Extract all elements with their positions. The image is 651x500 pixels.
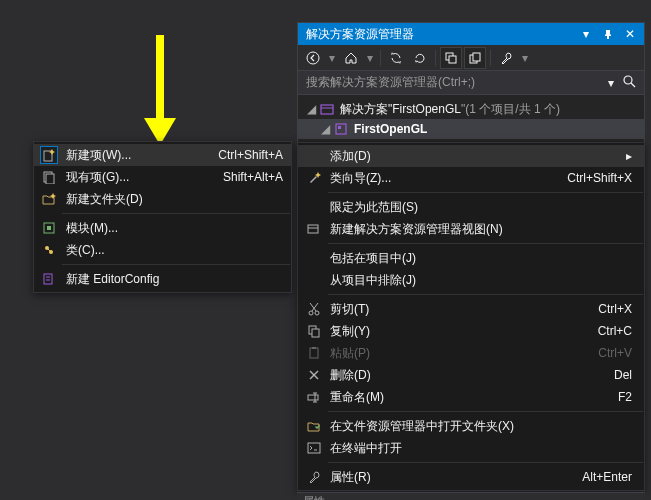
panel-toolbar: ▾ ▾ ▾ <box>298 45 644 71</box>
context-item[interactable]: 包括在项目中(J) <box>298 247 644 269</box>
class-icon <box>38 241 60 259</box>
editorconfig-icon <box>38 270 60 288</box>
solution-icon <box>318 102 336 116</box>
menu-item-new-item[interactable]: 新建项(W)...Ctrl+Shift+A <box>34 144 291 166</box>
properties-icon <box>302 470 326 484</box>
svg-rect-23 <box>338 126 341 129</box>
context-item[interactable]: 在文件资源管理器中打开文件夹(X) <box>298 415 644 437</box>
project-label: FirstOpenGL <box>350 122 427 136</box>
context-item[interactable]: 删除(D)Del <box>298 364 644 386</box>
search-placeholder: 搜索解决方案资源管理器(Ctrl+;) <box>306 74 608 91</box>
rename-icon <box>302 390 326 404</box>
switch-views-dropdown-icon[interactable]: ▾ <box>364 47 376 69</box>
expand-icon[interactable]: ◢ <box>318 122 332 136</box>
svg-rect-17 <box>473 53 480 61</box>
svg-line-19 <box>631 83 635 87</box>
close-icon[interactable]: ✕ <box>620 24 640 44</box>
sync-icon[interactable] <box>385 47 407 69</box>
svg-rect-10 <box>44 274 52 284</box>
context-item[interactable]: 重命名(M)F2 <box>298 386 644 408</box>
project-icon <box>332 122 350 136</box>
svg-point-13 <box>307 52 319 64</box>
context-item[interactable]: 属性(R)Alt+Enter <box>298 466 644 488</box>
properties-icon[interactable] <box>495 47 517 69</box>
svg-rect-31 <box>312 329 319 337</box>
delete-icon <box>302 368 326 382</box>
svg-rect-32 <box>310 348 318 358</box>
home-icon[interactable] <box>340 47 362 69</box>
svg-point-27 <box>315 311 319 315</box>
menu-item-new-folder[interactable]: 新建文件夹(D) <box>34 188 291 210</box>
collapse-all-icon[interactable] <box>440 47 462 69</box>
solution-node[interactable]: ◢ 解决方案"FirstOpenGL"(1 个项目/共 1 个) <box>298 99 644 119</box>
new-folder-icon <box>38 190 60 208</box>
context-item[interactable]: 从项目中排除(J) <box>298 269 644 291</box>
forward-dropdown-icon[interactable]: ▾ <box>326 47 338 69</box>
search-input[interactable]: 搜索解决方案资源管理器(Ctrl+;) ▾ <box>298 71 644 95</box>
copy-icon <box>302 324 326 338</box>
search-dropdown-icon[interactable]: ▾ <box>608 76 622 90</box>
svg-rect-4 <box>46 174 54 184</box>
new-item-icon <box>38 146 60 164</box>
context-item[interactable]: 复制(Y)Ctrl+C <box>298 320 644 342</box>
svg-rect-20 <box>321 105 333 114</box>
search-icon[interactable] <box>622 74 640 91</box>
project-context-menu: 添加(D)▸类向导(Z)...Ctrl+Shift+X限定为此范围(S)新建解决… <box>297 142 645 491</box>
cut-icon <box>302 302 326 316</box>
module-icon <box>38 219 60 237</box>
menu-item-editorconfig[interactable]: 新建 EditorConfig <box>34 268 291 290</box>
wizard-icon <box>302 171 326 185</box>
submenu-arrow-icon: ▸ <box>622 149 632 163</box>
new-view-icon <box>302 222 326 236</box>
context-item[interactable]: 新建解决方案资源管理器视图(N) <box>298 218 644 240</box>
solution-tree: ◢ 解决方案"FirstOpenGL"(1 个项目/共 1 个) ◢ First… <box>298 95 644 143</box>
menu-item-module[interactable]: 模块(M)... <box>34 217 291 239</box>
terminal-icon <box>302 441 326 455</box>
svg-point-18 <box>624 76 632 84</box>
menu-item-class[interactable]: 类(C)... <box>34 239 291 261</box>
context-item[interactable]: 限定为此范围(S) <box>298 196 644 218</box>
svg-rect-15 <box>449 56 456 63</box>
svg-line-9 <box>48 249 50 251</box>
panel-titlebar: 解决方案资源管理器 ▾ ✕ <box>298 23 644 45</box>
project-node[interactable]: ◢ FirstOpenGL <box>298 119 644 139</box>
panel-title: 解决方案资源管理器 <box>306 26 576 43</box>
svg-rect-24 <box>308 225 318 233</box>
context-item[interactable]: 剪切(T)Ctrl+X <box>298 298 644 320</box>
solution-explorer-panel: 解决方案资源管理器 ▾ ✕ ▾ ▾ ▾ 搜索解决方案资源管理器(Ctrl+;) … <box>297 22 645 144</box>
menu-item-existing-item[interactable]: 现有项(G)...Shift+Alt+A <box>34 166 291 188</box>
svg-rect-40 <box>308 443 320 453</box>
refresh-icon[interactable] <box>409 47 431 69</box>
open-folder-icon <box>302 419 326 433</box>
properties-tab[interactable]: 属性 <box>297 492 645 500</box>
context-item: 粘贴(P)Ctrl+V <box>298 342 644 364</box>
add-submenu: 新建项(W)...Ctrl+Shift+A现有项(G)...Shift+Alt+… <box>33 141 292 293</box>
paste-icon <box>302 346 326 360</box>
context-item[interactable]: 在终端中打开 <box>298 437 644 459</box>
svg-rect-33 <box>312 347 316 349</box>
pin-icon[interactable] <box>598 24 618 44</box>
svg-point-26 <box>309 311 313 315</box>
context-item[interactable]: 添加(D)▸ <box>298 145 644 167</box>
existing-item-icon <box>38 168 60 186</box>
toolbar-dropdown-icon[interactable]: ▾ <box>519 47 531 69</box>
svg-rect-6 <box>47 226 51 230</box>
expand-icon[interactable]: ◢ <box>304 102 318 116</box>
panel-menu-dropdown-icon[interactable]: ▾ <box>576 24 596 44</box>
pointer-arrow <box>130 30 190 150</box>
back-icon[interactable] <box>302 47 324 69</box>
show-all-files-icon[interactable] <box>464 47 486 69</box>
svg-rect-36 <box>308 395 318 400</box>
context-item[interactable]: 类向导(Z)...Ctrl+Shift+X <box>298 167 644 189</box>
